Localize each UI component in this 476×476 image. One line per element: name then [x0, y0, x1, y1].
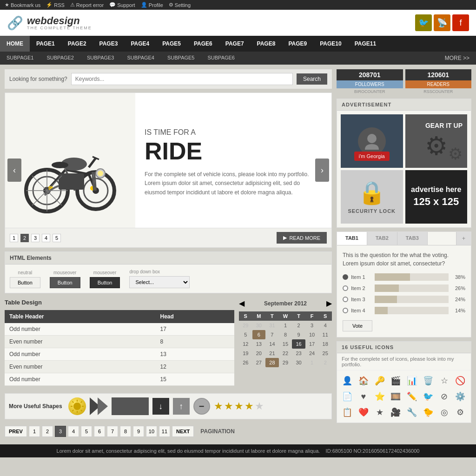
cal-day[interactable]: 2: [292, 321, 305, 330]
icon-14[interactable]: 🐦: [422, 390, 435, 403]
cal-day[interactable]: 15: [279, 339, 292, 349]
page-4[interactable]: 4: [68, 426, 79, 437]
cal-day[interactable]: 21: [265, 349, 279, 358]
nav-page3[interactable]: PAGE3: [93, 36, 125, 52]
nav-page10[interactable]: PAGE10: [313, 36, 348, 52]
cal-day[interactable]: 30: [252, 321, 266, 330]
cal-day[interactable]: 1: [279, 321, 292, 330]
cal-day[interactable]: 18: [318, 339, 332, 349]
cal-day[interactable]: 6: [252, 330, 266, 339]
cal-day[interactable]: 12: [239, 339, 252, 349]
cal-day[interactable]: 22: [279, 349, 292, 358]
cal-day[interactable]: 10: [305, 330, 319, 339]
nav-subpage4[interactable]: SUBPAGE4: [121, 52, 161, 65]
icon-17[interactable]: 📋: [341, 406, 354, 419]
nav-page4[interactable]: PAGE4: [124, 36, 156, 52]
slide-dot-4[interactable]: 4: [42, 234, 50, 242]
nav-subpage6[interactable]: SUBPAGE6: [201, 52, 242, 65]
slide-dot-5[interactable]: 5: [53, 234, 61, 242]
star-2[interactable]: ★: [224, 400, 233, 412]
nav-page2[interactable]: PAGE2: [61, 36, 93, 52]
icon-23[interactable]: ◎: [438, 406, 451, 419]
search-button[interactable]: Search: [297, 73, 327, 85]
icon-8[interactable]: 🚫: [454, 374, 467, 387]
ad-gear[interactable]: GEAR IT UP ⚙ ⚙: [405, 114, 468, 168]
icon-20[interactable]: 🎥: [389, 406, 402, 419]
cal-day[interactable]: 26: [239, 358, 252, 367]
nav-subpage5[interactable]: SUBPAGE5: [161, 52, 201, 65]
star-5[interactable]: ★: [255, 400, 264, 412]
tab-2[interactable]: TAB2: [367, 232, 397, 245]
slide-dot-2[interactable]: 2: [20, 234, 29, 242]
cal-day[interactable]: 4: [318, 321, 332, 330]
cal-day[interactable]: 31: [265, 321, 279, 330]
cal-day[interactable]: 23: [292, 349, 305, 358]
poll-radio-1[interactable]: [343, 274, 348, 280]
btn-mouseover1[interactable]: Button: [50, 277, 80, 288]
btn-neutral[interactable]: Button: [10, 277, 40, 288]
icon-10[interactable]: ♥: [357, 390, 370, 403]
ad-georgia[interactable]: i'm Georgia: [341, 114, 403, 168]
nav-page7[interactable]: PAGE7: [219, 36, 251, 52]
cal-day[interactable]: 29: [279, 358, 292, 367]
cal-day[interactable]: 24: [305, 349, 319, 358]
facebook-icon-btn[interactable]: f: [452, 14, 469, 31]
support-link[interactable]: 💬 Support: [109, 2, 135, 8]
nav-page9[interactable]: PAGE9: [282, 36, 313, 52]
cal-day[interactable]: 13: [252, 339, 266, 349]
search-input[interactable]: [71, 73, 293, 85]
bookmark-link[interactable]: ★ Bookmark us: [5, 2, 40, 8]
cal-day[interactable]: 29: [239, 321, 252, 330]
icon-9[interactable]: 📄: [341, 390, 354, 403]
cal-day[interactable]: 2: [318, 358, 332, 367]
star-3[interactable]: ★: [234, 400, 244, 412]
cal-day[interactable]: 27: [252, 358, 266, 367]
cal-day[interactable]: 20: [252, 349, 266, 358]
poll-radio-4[interactable]: [343, 308, 348, 313]
nav-page8[interactable]: PAGE8: [251, 36, 282, 52]
page-11[interactable]: 11: [159, 426, 170, 437]
shape-minus-btn[interactable]: −: [193, 398, 210, 415]
icon-19[interactable]: ★: [373, 406, 386, 419]
tab-1[interactable]: TAB1: [337, 232, 367, 245]
rss-link[interactable]: ⚡ RSS: [46, 2, 65, 8]
cal-day[interactable]: 7: [265, 330, 279, 339]
page-3[interactable]: 3: [55, 426, 66, 437]
tab-add[interactable]: +: [456, 232, 471, 245]
tab-3[interactable]: TAB3: [397, 232, 428, 245]
nav-page1[interactable]: PAGE1: [30, 36, 61, 52]
page-1[interactable]: 1: [29, 426, 40, 437]
page-8[interactable]: 8: [120, 426, 131, 437]
cal-day[interactable]: 3: [305, 321, 319, 330]
nav-page11[interactable]: PAGE11: [348, 36, 383, 52]
icon-22[interactable]: 🐤: [422, 406, 435, 419]
nav-home[interactable]: HOME: [0, 36, 30, 52]
star-4[interactable]: ★: [245, 400, 254, 412]
icon-4[interactable]: 🎬: [389, 374, 402, 387]
icon-15[interactable]: ⊘: [438, 390, 451, 403]
icon-21[interactable]: 🔧: [405, 406, 418, 419]
twitter-icon-btn[interactable]: 🐦: [415, 14, 432, 31]
cal-next-btn[interactable]: ▶: [326, 299, 332, 308]
icon-1[interactable]: 👤: [341, 374, 354, 387]
pagination-next[interactable]: NEXT: [172, 426, 194, 437]
georgia-button[interactable]: i'm Georgia: [354, 152, 390, 161]
nav-page6[interactable]: PAGE6: [187, 36, 219, 52]
page-5[interactable]: 5: [81, 426, 92, 437]
dropdown-select[interactable]: Select... Option 1 Option 2 Option 3: [129, 276, 190, 288]
cal-day[interactable]: 8: [279, 330, 292, 339]
icon-11[interactable]: ⭐: [373, 390, 386, 403]
cal-day[interactable]: 16: [292, 339, 305, 349]
cal-day[interactable]: 1: [305, 358, 319, 367]
page-6[interactable]: 6: [94, 426, 105, 437]
ad-advertise[interactable]: advertise here125 x 125: [405, 170, 468, 224]
poll-radio-2[interactable]: [343, 285, 348, 291]
shape-upload-btn[interactable]: ↑: [173, 398, 190, 415]
icon-13[interactable]: ✏️: [405, 390, 418, 403]
profile-link[interactable]: 👤 Profile: [141, 2, 163, 8]
page-7[interactable]: 7: [107, 426, 118, 437]
nav-subpage2[interactable]: SUBPAGE2: [40, 52, 81, 65]
vote-button[interactable]: Vote: [343, 320, 372, 331]
pagination-prev[interactable]: PREV: [5, 426, 27, 437]
slider-prev-btn[interactable]: ‹: [7, 159, 21, 182]
